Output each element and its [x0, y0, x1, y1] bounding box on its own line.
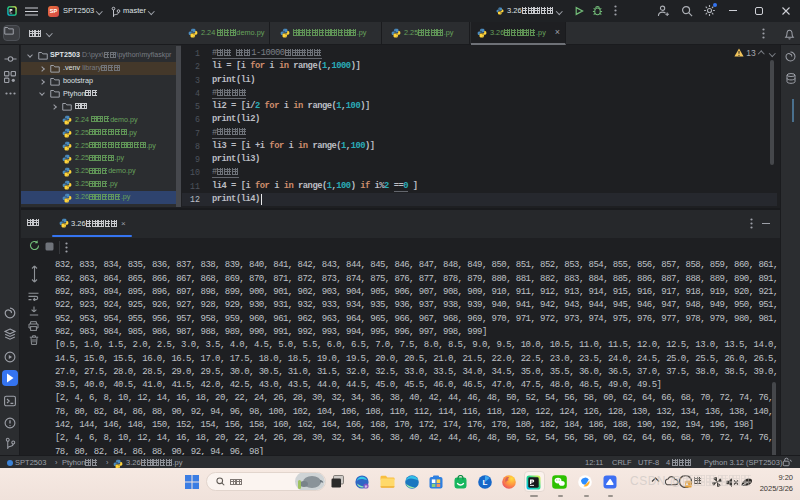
svg-text:L: L — [483, 478, 488, 487]
